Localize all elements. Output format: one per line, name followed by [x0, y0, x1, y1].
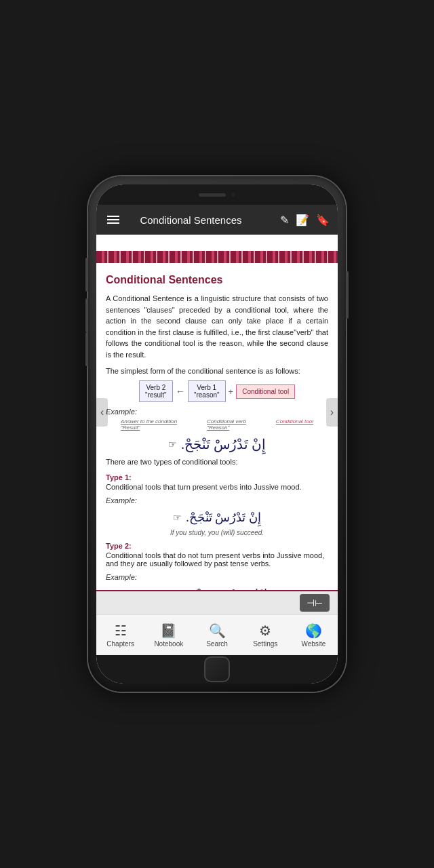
formula-plus: + — [229, 387, 234, 397]
tab-settings[interactable]: ⚙ Settings — [241, 620, 290, 650]
nav-bar: Conditional Sentences ✎ 📝 🔖 — [96, 205, 338, 235]
tab-notebook-label: Notebook — [154, 640, 183, 648]
diagram-label-tool: Conditional tool — [276, 418, 313, 431]
content-scroll: Conditional Sentences A Conditional Sent… — [96, 263, 338, 590]
speaker — [199, 193, 226, 197]
formula-box: Verb 2 "result" ← Verb 1 "reason" + Cond… — [106, 380, 328, 402]
tab-settings-label: Settings — [253, 640, 277, 648]
arabic-example-1: إِنْ تَدْرُسْ تَنْجَحْ. — [181, 436, 266, 452]
diagram-labels: Answer to the condition"Result" Conditio… — [106, 418, 328, 431]
bookmark-icon[interactable]: 🔖 — [316, 214, 330, 226]
deco-border-top — [96, 251, 338, 263]
page-title: Conditional Sentences — [106, 274, 328, 286]
arabic-type2: إِذَا دَرَسْتَ نَجَحْتَ. — [180, 587, 267, 591]
formula-arrow-left: ← — [176, 386, 185, 397]
phone-frame: Conditional Sentences ✎ 📝 🔖 ‹ › Conditio… — [88, 176, 346, 692]
hand-icon-1: ☞ — [168, 439, 177, 450]
home-button[interactable] — [204, 656, 230, 682]
bottom-bar: ⊣⊢ — [96, 590, 338, 614]
hand-icon-3: ☞ — [167, 589, 176, 591]
website-icon: 🌎 — [305, 623, 322, 639]
edit-box-icon[interactable]: 📝 — [296, 214, 309, 226]
formula-conditional: Conditional tool — [236, 384, 295, 399]
tab-notebook[interactable]: 📓 Notebook — [144, 620, 193, 650]
type1-desc: Conditional tools that turn present verb… — [106, 483, 328, 491]
type2-label: Type 2: — [106, 542, 328, 550]
screen: Conditional Sentences ✎ 📝 🔖 ‹ › Conditio… — [96, 184, 338, 684]
hand-icon-2: ☞ — [173, 512, 182, 523]
tab-website[interactable]: 🌎 Website — [290, 620, 338, 650]
prev-page-arrow[interactable]: ‹ — [96, 398, 108, 427]
tab-search[interactable]: 🔍 Search — [193, 620, 241, 650]
home-indicator — [96, 655, 338, 684]
notebook-icon: 📓 — [160, 623, 177, 639]
next-page-arrow[interactable]: › — [326, 398, 338, 427]
diagram-label-reason: Conditional verb"Reason" — [207, 418, 246, 431]
type2-desc: Conditional tools that do not turn prese… — [106, 551, 328, 568]
type1-label: Type 1: — [106, 473, 328, 481]
formula-verb1: Verb 1 "reason" — [188, 380, 226, 402]
camera-area — [197, 191, 237, 199]
tab-search-label: Search — [206, 640, 228, 648]
phone-inner: Conditional Sentences ✎ 📝 🔖 ‹ › Conditio… — [96, 184, 338, 684]
example-label-1: Example: — [106, 408, 328, 416]
edit-icon[interactable]: ✎ — [280, 214, 289, 226]
diagram-label-result: Answer to the condition"Result" — [121, 418, 177, 431]
tab-chapters[interactable]: ☷ Chapters — [96, 620, 144, 650]
nav-title: Conditional Sentences — [107, 214, 275, 226]
tab-website-label: Website — [301, 640, 326, 648]
simplest-form-text: The simplest form of the conditional sen… — [106, 367, 328, 375]
nav-arrows-button[interactable]: ⊣⊢ — [300, 594, 330, 612]
tab-bar: ☷ Chapters 📓 Notebook 🔍 Search ⚙ Setting… — [96, 614, 338, 655]
content-area: ‹ › Conditional Sentences A Conditional … — [96, 235, 338, 590]
search-icon: 🔍 — [209, 623, 226, 639]
type1-translation: If you study, you (will) succeed. — [106, 529, 328, 536]
intro-text: A Conditional Sentence is a linguistic s… — [106, 293, 328, 360]
types-intro: There are two types of conditional tools… — [106, 456, 328, 468]
tab-chapters-label: Chapters — [106, 640, 134, 648]
camera-dot — [231, 193, 235, 197]
formula-verb2: Verb 2 "result" — [139, 380, 173, 402]
example-label-2: Example: — [106, 496, 328, 505]
settings-icon: ⚙ — [259, 623, 271, 639]
chapters-icon: ☷ — [115, 623, 127, 639]
nav-icons: ✎ 📝 🔖 — [280, 214, 330, 226]
arabic-type1: إِنْ تَدْرُسْ تَنْجَحْ. — [186, 510, 261, 525]
status-bar — [96, 184, 338, 205]
example-label-3: Example: — [106, 573, 328, 581]
